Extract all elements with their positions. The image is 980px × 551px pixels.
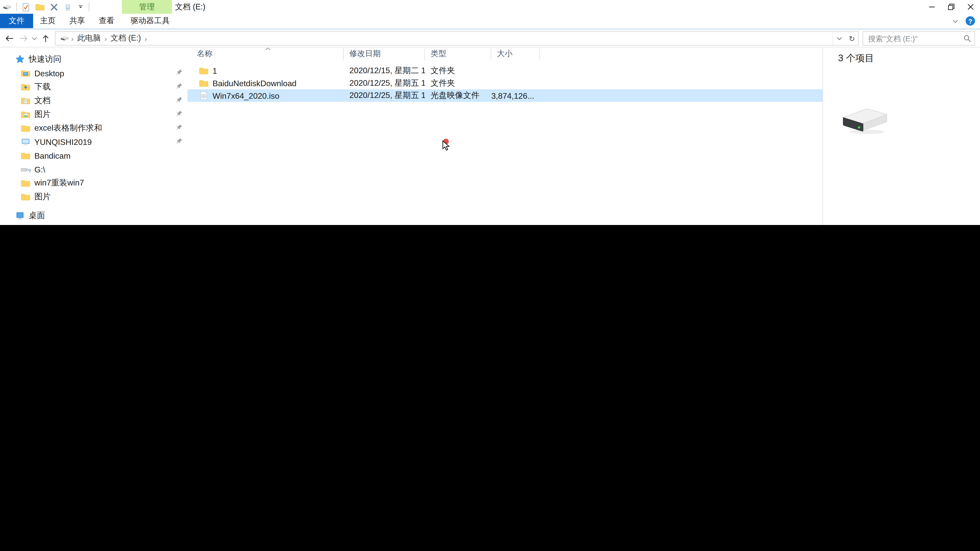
sidebar-item-label: Desktop [35,68,64,78]
column-header-名称[interactable]: 名称 [191,48,344,60]
sidebar-item-label: YUNQISHI2019 [35,137,92,147]
chevron-down-icon [31,36,37,41]
sidebar-item-YUNQISHI2019[interactable]: YUNQISHI2019 [0,135,188,149]
address-bar[interactable]: ›此电脑›文档 (E:)› ↻ [55,31,859,45]
sidebar-item-OneDrive[interactable]: OneDrive [0,222,188,225]
folder [199,65,209,76]
usb-drive: ? [21,164,30,174]
back-button[interactable] [3,32,16,45]
back-icon [5,35,14,43]
refresh-button[interactable]: ↻ [845,32,858,45]
tab-驱动器工具[interactable]: 驱动器工具 [124,14,177,28]
pin-icon [176,83,184,91]
file-row-1[interactable]: 12020/12/15, 星期二 1...文件夹 [188,64,822,77]
sidebar-item-下载[interactable]: 下载 [0,80,188,94]
title-bar: 管理 文档 (E:) [0,0,980,14]
column-headers: 名称修改日期类型大小 [188,48,822,60]
new-folder-button[interactable] [35,2,45,12]
folder-download [21,82,30,92]
file-date: 2020/12/25, 星期五 1... [344,90,425,101]
address-dropdown-button[interactable] [832,32,845,45]
delete-x-button[interactable] [49,2,59,12]
pin-icon [176,68,184,77]
onedrive-cloud [21,224,30,225]
tab-文件[interactable]: 文件 [0,14,33,28]
location-drive-icon [60,34,69,43]
breadcrumb-item-文档 (E:)[interactable]: 文档 (E:) [107,33,144,44]
recycle-bin-button[interactable] [63,2,73,12]
up-arrow-icon [41,34,50,43]
help-button[interactable]: ? [966,16,975,26]
window-controls [922,0,980,14]
file-name: BaiduNetdiskDownload [213,78,297,88]
sidebar-item-label: 桌面 [29,210,45,221]
qat-dropdown-button[interactable] [77,3,84,11]
explorer-window: 管理 文档 (E:) 文件主页共享查看驱动器工具 ? [0,0,980,225]
breadcrumb-separator: › [104,35,107,42]
sidebar-item-图片[interactable]: 图片 [0,190,188,203]
sidebar-item-文档[interactable]: 文档 [0,94,188,107]
minimize-button[interactable] [922,0,941,14]
sidebar-item-快速访问[interactable]: 快速访问 [0,52,188,66]
column-header-大小[interactable]: 大小 [491,48,540,60]
file-type: 文件夹 [425,65,491,76]
close-icon [966,3,974,11]
window-system-icon[interactable] [3,2,12,12]
sidebar-item-label: OneDrive [35,224,69,225]
sidebar-item-label: 快速访问 [29,54,61,65]
tab-主页[interactable]: 主页 [33,14,62,28]
navigation-pane: 快速访问Desktop下载文档图片excel表格制作求和YUNQISHI2019… [0,48,188,225]
sidebar-item-桌面[interactable]: 桌面 [0,209,188,222]
file-row-BaiduNetdiskDownload[interactable]: BaiduNetdiskDownload2020/12/25, 星期五 1...… [188,77,822,89]
sidebar-item-Desktop[interactable]: Desktop [0,66,188,80]
search-icon[interactable] [963,35,971,43]
close-button[interactable] [961,0,980,14]
ribbon-collapse-icon[interactable] [951,17,959,24]
minimize-icon [928,3,935,11]
file-list-pane[interactable]: 名称修改日期类型大小 12020/12/15, 星期二 1...文件夹Baidu… [188,48,822,225]
column-header-类型[interactable]: 类型 [425,48,491,60]
separator [89,3,89,11]
window-title: 文档 (E:) [175,0,205,14]
sidebar-item-label: 图片 [35,191,51,202]
sidebar-item-图片[interactable]: 图片 [0,107,188,121]
up-button[interactable] [39,32,52,45]
folder [21,192,30,202]
pin-icon [176,96,184,104]
file-type: 文件夹 [425,78,491,89]
iso-file [199,91,209,100]
breadcrumb: ›此电脑›文档 (E:)› [71,33,148,44]
ribbon-tabs: 文件主页共享查看驱动器工具 [0,14,177,28]
column-header-修改日期[interactable]: 修改日期 [344,48,425,60]
computer [21,137,30,147]
sidebar-item-label: Bandicam [35,151,71,160]
sidebar-item-label: G:\ [35,165,45,174]
chevron-down-icon [836,36,842,41]
properties-check-button[interactable] [21,2,30,12]
breadcrumb-item-此电脑[interactable]: 此电脑 [74,33,104,44]
screen: 管理 文档 (E:) 文件主页共享查看驱动器工具 ? [0,0,980,225]
svg-text:?: ? [28,168,30,173]
sidebar-item-Bandicam[interactable]: Bandicam [0,149,188,162]
recent-locations-button[interactable] [30,32,39,45]
sidebar-item-G:\[interactable]: ?G:\ [0,162,188,176]
sort-ascending-icon [265,48,270,51]
contextual-tab-group[interactable]: 管理 [122,0,172,14]
restore-button[interactable] [941,0,961,14]
search-input[interactable] [863,34,963,43]
ribbon-strip [0,28,980,30]
tab-查看[interactable]: 查看 [92,14,121,28]
breadcrumb-separator: › [71,35,74,42]
file-rows: 12020/12/15, 星期二 1...文件夹BaiduNetdiskDown… [188,61,822,102]
quick-access-star [15,54,25,64]
column-header-label: 修改日期 [349,49,380,59]
sidebar-item-win7重装win7[interactable]: win7重装win7 [0,176,188,190]
sidebar-item-label: 下载 [35,81,51,92]
folder-picture [21,110,30,119]
forward-button[interactable] [16,32,30,45]
tab-共享[interactable]: 共享 [62,14,92,28]
file-row-Win7x64_2020.iso[interactable]: Win7x64_2020.iso2020/12/25, 星期五 1...光盘映像… [188,89,822,102]
sidebar-item-excel表格制作求和[interactable]: excel表格制作求和 [0,121,188,135]
folder [21,123,30,133]
mouse-cursor [442,140,450,152]
